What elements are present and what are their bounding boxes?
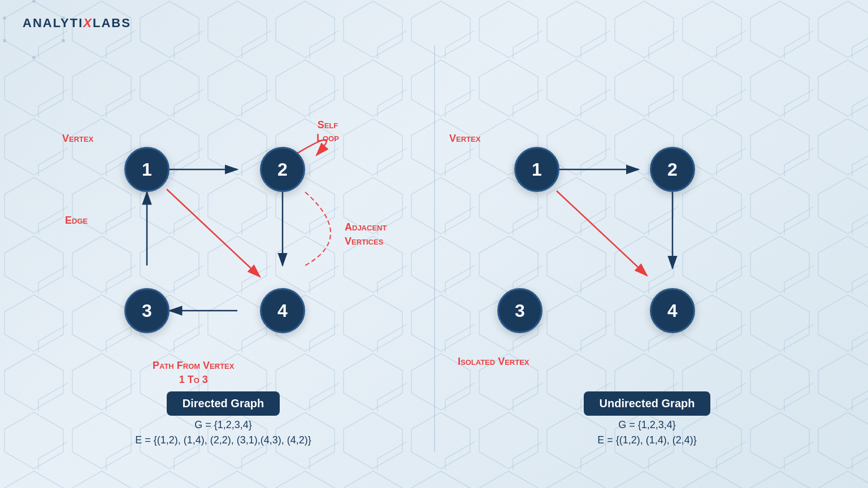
directed-vertex-label: Vertex [62, 133, 93, 145]
directed-node-2: 2 [260, 147, 305, 192]
directed-node-1: 1 [124, 147, 170, 192]
undirected-node-3: 3 [497, 288, 542, 333]
undirected-node-1: 1 [514, 147, 559, 192]
undirected-formula-e: E = {(1,2), (1,4), (2,4)} [506, 434, 788, 446]
svg-point-3 [32, 0, 36, 3]
directed-node-3: 3 [124, 288, 170, 333]
undirected-title-area: Undirected Graph G = {1,2,3,4} E = {(1,2… [506, 391, 788, 446]
directed-adjacent-label: AdjacentVertices [345, 220, 387, 249]
undirected-graph-badge: Undirected Graph [584, 391, 711, 416]
undirected-isolated-label: Isolated Vertex [458, 356, 530, 368]
svg-line-21 [557, 191, 647, 276]
svg-point-5 [62, 39, 65, 42]
divider [434, 45, 435, 452]
directed-node-4: 4 [260, 288, 305, 333]
logo-x: X [83, 16, 93, 30]
svg-line-16 [167, 189, 260, 277]
directed-graph-badge: Directed Graph [167, 391, 280, 416]
logo-text-analytix: ANALYTIX [23, 16, 93, 30]
directed-path-label: Path from Vertex1 to 3 [153, 359, 234, 387]
svg-point-7 [3, 39, 6, 42]
undirected-formula-g: G = {1,2,3,4} [506, 419, 788, 431]
undirected-graph-svg [441, 51, 814, 367]
directed-graph-svg [17, 51, 413, 367]
logo: ANALYTIX LABS [23, 16, 131, 30]
svg-point-8 [3, 16, 6, 20]
undirected-graph-section: 1 2 3 4 Vertex Isolated Vertex Undirecte… [441, 51, 853, 480]
directed-formula-g: G = {1,2,3,4} [82, 419, 364, 431]
undirected-node-2: 2 [650, 147, 695, 192]
directed-title-area: Directed Graph G = {1,2,3,4} E = {(1,2),… [82, 391, 364, 446]
undirected-vertex-label: Vertex [449, 133, 480, 145]
directed-formula-e: E = {(1,2), (1,4), (2,2), (3,1),(4,3), (… [82, 434, 364, 446]
directed-selfloop-label: SelfLoop [316, 119, 339, 145]
directed-graph-section: 1 2 3 4 Vertex Edge SelfLoop AdjacentVer… [17, 51, 429, 480]
directed-edge-label: Edge [65, 215, 88, 226]
undirected-node-4: 4 [650, 288, 695, 333]
logo-text-labs: LABS [93, 16, 131, 30]
